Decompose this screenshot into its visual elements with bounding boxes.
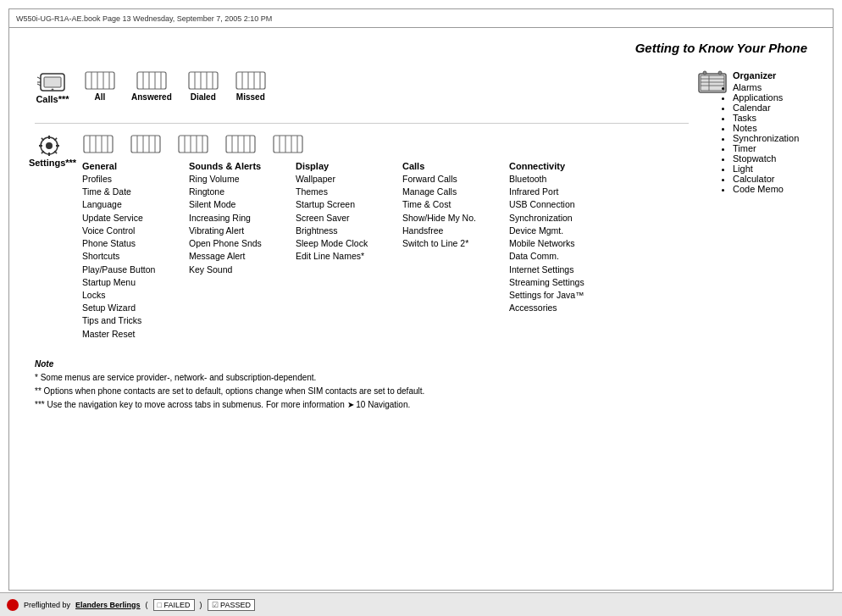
preflight-logo-icon <box>7 599 19 611</box>
list-item: Master Reset <box>82 328 175 341</box>
organizer-content: Organizer Alarms Applications Calendar T… <box>733 70 799 194</box>
list-item: Edit Line Names* <box>296 250 389 263</box>
list-item: Update Service <box>82 212 175 225</box>
failed-box: □ FAILED <box>153 599 195 611</box>
note-section: Note * Some menus are service provider-,… <box>35 358 689 412</box>
list-item: Message Alert <box>189 250 282 263</box>
main-content: Getting to Know Your Phone Calls*** <box>8 27 834 591</box>
settings-section: Settings*** <box>35 134 689 341</box>
note-title: Note <box>35 358 689 371</box>
list-item: Key Sound <box>189 264 282 276</box>
list-item: Wallpaper <box>296 173 389 186</box>
list-item: Startup Screen <box>296 198 389 211</box>
list-item: Infrared Port <box>509 186 602 198</box>
list-item: Notes <box>733 123 799 133</box>
list-item: Time & Cost <box>402 198 496 211</box>
svg-rect-1 <box>44 77 61 87</box>
column-sounds-title: Sounds & Alerts <box>189 161 282 171</box>
svg-line-34 <box>54 138 57 141</box>
settings-tab-display <box>177 134 209 156</box>
settings-tab-calls-icon <box>224 134 257 154</box>
organizer-list: Alarms Applications Calendar Tasks Notes… <box>733 82 799 194</box>
list-item: Alarms <box>733 82 799 92</box>
list-item: Open Phone Snds <box>189 237 282 250</box>
svg-line-33 <box>54 151 57 153</box>
calls-icon: Calls*** <box>35 70 70 104</box>
preflight-text: Preflighted by <box>24 601 70 609</box>
list-item: Forward Calls <box>402 173 496 186</box>
settings-tab-general <box>82 134 114 156</box>
list-item: Synchronization <box>733 133 799 143</box>
calls-label: Calls*** <box>36 94 69 104</box>
list-item: Themes <box>296 186 389 198</box>
list-item: Ring Volume <box>189 173 282 186</box>
section-divider-1 <box>35 123 689 124</box>
passed-label: PASSED <box>220 601 251 609</box>
list-item: Phone Status <box>82 237 175 250</box>
list-item: Screen Saver <box>296 212 389 225</box>
tab-dialed-label: Dialed <box>191 92 216 102</box>
svg-rect-21 <box>236 72 265 89</box>
list-item: Locks <box>82 289 175 302</box>
paren-open: ( <box>146 601 148 609</box>
list-item: Settings for Java™ <box>509 289 602 302</box>
list-item: Ringtone <box>189 186 282 198</box>
organizer-title: Organizer <box>733 70 799 80</box>
checkbox-passed-icon: ☑ <box>212 601 219 609</box>
company-name: Elanders Berlings <box>75 601 141 609</box>
list-item: Voice Control <box>82 225 175 237</box>
list-item: Device Mgmt. <box>509 225 602 237</box>
list-item: Tasks <box>733 113 799 123</box>
settings-tabs-row <box>82 134 689 156</box>
settings-label: Settings*** <box>29 158 76 168</box>
list-item: Internet Settings <box>509 264 602 276</box>
calls-tabs: All Answered <box>84 70 267 102</box>
list-item: Data Comm. <box>509 250 602 263</box>
list-item: Manage Calls <box>402 186 496 198</box>
svg-point-68 <box>718 71 722 75</box>
list-item: Increasing Ring <box>189 212 282 225</box>
svg-point-2 <box>52 89 54 92</box>
list-item: Accessories <box>509 302 602 314</box>
tab-missed-icon <box>235 70 267 91</box>
list-item: Handsfree <box>402 225 496 237</box>
settings-icon <box>37 134 68 158</box>
list-item: Light <box>733 164 799 174</box>
tab-dialed: Dialed <box>187 70 219 102</box>
column-connectivity: Connectivity Bluetooth Infrared Port USB… <box>509 161 602 341</box>
settings-tab-sounds-icon <box>130 134 162 154</box>
svg-rect-41 <box>131 136 160 153</box>
settings-tab-connectivity-icon <box>272 134 304 154</box>
list-item: Applications <box>733 92 799 103</box>
calls-section: Calls*** All <box>35 70 689 104</box>
column-calls-list: Forward Calls Manage Calls Time & Cost S… <box>402 173 496 250</box>
tab-answered-icon <box>136 70 168 91</box>
organizer-section: Organizer Alarms Applications Calendar T… <box>697 70 807 412</box>
list-item: Shortcuts <box>82 250 175 263</box>
passed-box: ☑ PASSED <box>208 599 255 611</box>
list-item: USB Connection <box>509 198 602 211</box>
settings-icon-wrap: Settings*** <box>35 134 70 168</box>
column-general-list: Profiles Time & Date Language Update Ser… <box>82 173 175 341</box>
svg-point-67 <box>703 71 706 75</box>
svg-line-35 <box>42 151 44 153</box>
list-item: Sleep Mode Clock <box>296 237 389 250</box>
note-line-3: *** Use the navigation key to move acros… <box>35 398 689 412</box>
list-item: Switch to Line 2* <box>402 237 496 250</box>
list-item: Vibrating Alert <box>189 225 282 237</box>
column-calls-title: Calls <box>402 161 496 171</box>
list-item: Play/Pause Button <box>82 264 175 276</box>
column-connectivity-title: Connectivity <box>509 161 602 171</box>
column-general-title: General <box>82 161 175 171</box>
phone-icon <box>37 70 68 94</box>
list-item: Time & Date <box>82 186 175 198</box>
settings-tab-display-icon <box>177 134 209 154</box>
svg-rect-11 <box>137 72 166 89</box>
list-item: Timer <box>733 143 799 153</box>
column-sounds-list: Ring Volume Ringtone Silent Mode Increas… <box>189 173 282 276</box>
settings-columns: General Profiles Time & Date Language Up… <box>82 161 689 341</box>
note-line-1: * Some menus are service provider-, netw… <box>35 371 689 385</box>
list-item: Bluetooth <box>509 173 602 186</box>
page-title: Getting to Know Your Phone <box>35 41 807 55</box>
column-display: Display Wallpaper Themes Startup Screen … <box>296 161 389 341</box>
